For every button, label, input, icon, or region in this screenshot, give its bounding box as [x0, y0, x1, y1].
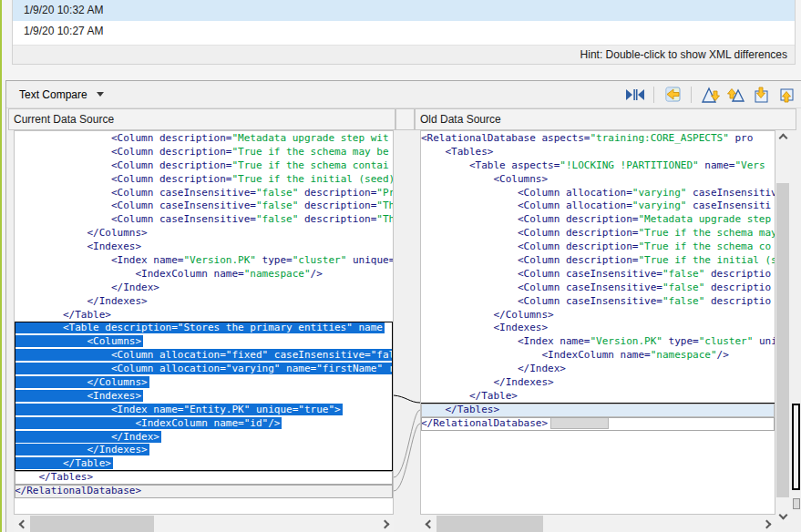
- list-item[interactable]: 1/9/20 10:32 AM: [13, 0, 795, 21]
- code-line[interactable]: <IndexColumn name="namespace"/>: [421, 349, 775, 363]
- code-line[interactable]: <Columns>: [15, 335, 393, 349]
- copy-all-right-to-left-button[interactable]: [662, 85, 683, 105]
- current-diff-marker[interactable]: [792, 404, 800, 490]
- toolbar-separator: [653, 87, 654, 103]
- selected-diff-block: <Table description="Stores the primary e…: [15, 322, 393, 471]
- scroll-right-button[interactable]: [759, 515, 774, 532]
- code-line[interactable]: <RelationalDatabase aspects="training:CO…: [421, 132, 775, 146]
- hint-text: Hint: Double-click to show XML differenc…: [13, 45, 795, 64]
- code-line[interactable]: <IndexColumn name="id"/>: [15, 417, 393, 431]
- code-line[interactable]: <Column description="True if the schema …: [421, 227, 775, 240]
- code-line[interactable]: </Index>: [15, 281, 393, 295]
- previous-change-icon: [777, 86, 796, 104]
- code-line[interactable]: </Indexes>: [15, 295, 393, 309]
- code-line[interactable]: </RelationalDatabase>: [15, 485, 393, 498]
- horizontal-scrollbar-thumb[interactable]: [30, 516, 154, 532]
- previous-change-button[interactable]: [775, 85, 797, 105]
- code-line[interactable]: </Table>: [15, 457, 393, 471]
- compare-window: 1/9/20 10:32 AM 1/9/20 10:27 AM Hint: Do…: [0, 0, 801, 532]
- scroll-down-button[interactable]: [775, 507, 790, 522]
- code-line[interactable]: </Columns>: [15, 227, 393, 240]
- code-line[interactable]: <Indexes>: [15, 390, 393, 404]
- code-line[interactable]: <Column allocation="varying" name="first…: [15, 363, 393, 376]
- left-pane-title: Current Data Source: [8, 108, 395, 130]
- diff-connector-strip: [394, 130, 420, 515]
- center-header-spacer: [395, 108, 415, 130]
- code-line[interactable]: </Index>: [15, 431, 393, 445]
- chevron-down-icon: [97, 92, 104, 97]
- code-line[interactable]: <Column caseInsensitive="false" descript…: [421, 281, 775, 295]
- vertical-scrollbar[interactable]: [775, 130, 790, 522]
- diff-overview-ruler[interactable]: [791, 130, 801, 532]
- code-line[interactable]: <Index name="Version.PK" type="cluster" …: [15, 254, 393, 268]
- right-code-pane[interactable]: <RelationalDatabase aspects="training:CO…: [420, 130, 775, 515]
- next-difference-button[interactable]: [699, 85, 721, 105]
- diff-connector-curves: [394, 130, 420, 515]
- copy-all-right-to-left-icon: [663, 85, 683, 104]
- code-line[interactable]: </Table>: [15, 309, 393, 322]
- code-line[interactable]: </Columns>: [421, 309, 775, 322]
- toolbar-separator: [691, 87, 692, 103]
- code-line[interactable]: <Column caseInsensitive="false" descript…: [15, 200, 393, 213]
- next-change-button[interactable]: [750, 85, 772, 105]
- code-line[interactable]: <Index name="Version.PK" type="cluster" …: [421, 335, 775, 349]
- code-line[interactable]: <Indexes>: [15, 240, 393, 254]
- diff-placeholder: [551, 417, 608, 428]
- right-horizontal-scrollbar[interactable]: [420, 515, 775, 532]
- revision-list: 1/9/20 10:32 AM 1/9/20 10:27 AM Hint: Do…: [12, 0, 796, 65]
- next-change-icon: [752, 86, 771, 104]
- code-line[interactable]: <Column caseInsensitive="false" descript…: [15, 213, 393, 227]
- code-line[interactable]: <Column allocation="varying" caseInsensi…: [421, 200, 775, 213]
- code-line[interactable]: </RelationalDatabase>: [421, 417, 775, 431]
- scroll-right-button[interactable]: [377, 515, 392, 532]
- code-line[interactable]: <Column allocation="fixed" caseInsensiti…: [15, 349, 393, 363]
- scroll-left-button[interactable]: [422, 515, 436, 532]
- left-horizontal-scrollbar[interactable]: [14, 515, 394, 532]
- code-line[interactable]: <Index name="Entity.PK" unique="true">: [15, 404, 393, 417]
- code-line[interactable]: </Tables>: [15, 471, 393, 485]
- code-line[interactable]: <Column caseInsensitive="false" descript…: [421, 268, 775, 281]
- code-line[interactable]: <Column caseInsensitive="false" descript…: [15, 187, 393, 200]
- code-line[interactable]: <Column description="True if the initial…: [421, 254, 775, 268]
- code-line[interactable]: <Column description="Metadata upgrade st…: [421, 213, 775, 227]
- scroll-up-button[interactable]: [775, 130, 790, 145]
- compare-mode-label: Text Compare: [19, 88, 87, 101]
- code-line[interactable]: <Table description="Stores the primary e…: [15, 322, 393, 335]
- code-line[interactable]: <Column allocation="varying" caseInsensi…: [421, 187, 775, 200]
- accent-strip: [0, 0, 2, 532]
- right-pane-title: Old Data Source: [415, 108, 796, 130]
- left-code-pane[interactable]: <Column description="Metadata upgrade st…: [14, 130, 394, 515]
- code-line[interactable]: </Tables>: [421, 404, 775, 417]
- code-line[interactable]: </Columns>: [15, 376, 393, 390]
- code-line[interactable]: </Indexes>: [421, 376, 775, 390]
- code-line[interactable]: </Index>: [421, 363, 775, 376]
- code-line[interactable]: <Column description="True if the schema …: [15, 146, 393, 159]
- code-line[interactable]: <IndexColumn name="namespace"/>: [15, 268, 393, 281]
- scroll-left-button[interactable]: [15, 515, 30, 532]
- code-line[interactable]: <Column description="Metadata upgrade st…: [15, 132, 393, 146]
- previous-difference-icon: [725, 86, 746, 104]
- next-difference-icon: [700, 86, 721, 104]
- code-line[interactable]: </Indexes>: [15, 444, 393, 457]
- previous-difference-button[interactable]: [724, 85, 746, 105]
- code-line[interactable]: <Table aspects="!LOCKING !PARTITIONED" n…: [421, 159, 775, 173]
- swap-left-right-button[interactable]: [624, 85, 646, 105]
- code-line[interactable]: <Column description="True if the schema …: [15, 159, 393, 173]
- horizontal-scrollbar-thumb[interactable]: [436, 516, 543, 532]
- compare-toolbar: Text Compare: [6, 81, 801, 108]
- code-line[interactable]: <Column description="True if the initial…: [15, 173, 393, 187]
- code-line[interactable]: <Columns>: [421, 173, 775, 187]
- compare-mode-dropdown[interactable]: Text Compare: [14, 86, 109, 104]
- compare-editor: Text Compare: [5, 80, 801, 532]
- other-diff-marker[interactable]: [793, 498, 800, 509]
- vertical-scrollbar-thumb[interactable]: [776, 183, 789, 497]
- swap-left-right-icon: [624, 87, 646, 103]
- code-line[interactable]: <Column caseInsensitive="false" descript…: [421, 295, 775, 309]
- code-line[interactable]: <Indexes>: [421, 322, 775, 335]
- list-item[interactable]: 1/9/20 10:27 AM: [13, 21, 795, 42]
- code-line[interactable]: </Table>: [421, 390, 775, 404]
- code-line[interactable]: <Column description="True if the schema …: [421, 240, 775, 254]
- code-line[interactable]: <Tables>: [421, 146, 775, 159]
